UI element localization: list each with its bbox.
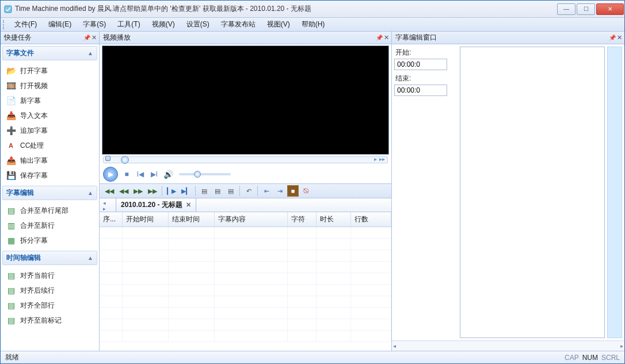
col-chars[interactable]: 字符 bbox=[288, 212, 317, 227]
minimize-button[interactable]: — bbox=[557, 3, 576, 15]
indicator-cap: CAP bbox=[565, 354, 579, 362]
menu-publish[interactable]: 字幕发布站 bbox=[215, 18, 261, 31]
task-split[interactable]: ▦拆分字幕 bbox=[1, 233, 99, 248]
tb-align-2[interactable]: ▤ bbox=[212, 185, 223, 197]
maximize-button[interactable]: ☐ bbox=[577, 3, 595, 15]
tab-label: 2010.01.20 - 无标题 bbox=[121, 200, 182, 210]
task-merge-newline[interactable]: ▥合并至新行 bbox=[1, 218, 99, 233]
task-label: 拆分字幕 bbox=[20, 236, 48, 246]
task-align-all[interactable]: ▤对齐全部行 bbox=[1, 298, 99, 313]
menu-view[interactable]: 视图(V) bbox=[261, 18, 296, 31]
video-panel-header: 视频播放 📌 ✕ bbox=[100, 32, 391, 44]
col-index[interactable]: 序... bbox=[100, 212, 123, 227]
col-start[interactable]: 开始时间 bbox=[123, 212, 169, 227]
time-inputs: 开始: 结束: bbox=[394, 47, 458, 338]
grid-body[interactable] bbox=[100, 227, 391, 351]
video-panel-title: 视频播放 bbox=[103, 33, 131, 43]
section-subtitle-edit[interactable]: 字幕编辑 ▲ bbox=[2, 186, 97, 200]
col-end[interactable]: 结束时间 bbox=[169, 212, 215, 227]
menu-file[interactable]: 文件(F) bbox=[9, 18, 43, 31]
section-label: 时间轴编辑 bbox=[6, 253, 41, 263]
tab-nav-left-icon[interactable]: ◂ bbox=[103, 200, 106, 206]
menu-tools[interactable]: 工具(T) bbox=[112, 18, 146, 31]
chevron-up-icon: ▲ bbox=[87, 50, 93, 56]
task-cc-process[interactable]: ACC处理 bbox=[1, 138, 99, 153]
tab-nav-right-icon[interactable]: ▸ bbox=[103, 206, 106, 212]
subtitle-text-editor[interactable] bbox=[460, 47, 605, 338]
tb-forward-fast[interactable]: ▶▶ bbox=[146, 185, 159, 197]
col-duration[interactable]: 时长 bbox=[317, 212, 351, 227]
tb-mark-out[interactable]: ▶▎ bbox=[180, 185, 192, 197]
menu-subtitle[interactable]: 字幕(S) bbox=[77, 18, 112, 31]
editor-scrollbar[interactable]: ◂▸ bbox=[392, 340, 624, 351]
volume-slider[interactable] bbox=[179, 173, 231, 175]
align-after-icon: ▤ bbox=[5, 285, 17, 296]
volume-icon[interactable]: 🔊 bbox=[163, 170, 173, 179]
folder-icon: 📂 bbox=[5, 66, 17, 76]
menu-help[interactable]: 帮助(H) bbox=[296, 18, 331, 31]
subtitle-toolbar: ◀◀ ◀◀ ▶▶ ▶▶ ▎▶ ▶▎ ▤ ▤ ▤ ↶ ⇤ ⇥ ■ ⦰ bbox=[100, 183, 391, 198]
tb-align-3[interactable]: ▤ bbox=[225, 185, 237, 197]
task-export-subtitle[interactable]: 📤输出字幕 bbox=[1, 153, 99, 168]
seek-start-icon[interactable] bbox=[105, 156, 110, 161]
menu-settings[interactable]: 设置(S) bbox=[181, 18, 215, 31]
panel-close-icon[interactable]: ✕ bbox=[92, 34, 97, 41]
stop-button[interactable]: ■ bbox=[121, 170, 132, 178]
task-align-after[interactable]: ▤对齐后续行 bbox=[1, 283, 99, 298]
tb-mark-in[interactable]: ▎▶ bbox=[165, 185, 178, 197]
panel-close-icon[interactable]: ✕ bbox=[617, 34, 622, 41]
menubar: 文件(F) 编辑(E) 字幕(S) 工具(T) 视频(V) 设置(S) 字幕发布… bbox=[1, 18, 624, 32]
tb-clear[interactable]: ⦰ bbox=[300, 185, 312, 197]
col-lines[interactable]: 行数 bbox=[351, 212, 391, 227]
prev-button[interactable]: I◀ bbox=[135, 170, 146, 178]
pin-icon[interactable]: 📌 bbox=[609, 35, 616, 41]
col-content[interactable]: 字幕内容 bbox=[215, 212, 288, 227]
task-label: 打开视频 bbox=[20, 81, 48, 91]
pin-icon[interactable]: 📌 bbox=[376, 35, 383, 41]
section-subtitle-files[interactable]: 字幕文件 ▲ bbox=[2, 46, 97, 60]
close-button[interactable]: ✕ bbox=[596, 3, 624, 15]
tb-rewind-fast[interactable]: ◀◀ bbox=[103, 185, 116, 197]
menu-video[interactable]: 视频(V) bbox=[146, 18, 181, 31]
tb-rewind[interactable]: ◀◀ bbox=[117, 185, 130, 197]
pin-icon[interactable]: 📌 bbox=[83, 35, 90, 41]
next-button[interactable]: ▶I bbox=[149, 170, 159, 178]
menu-edit[interactable]: 编辑(E) bbox=[43, 18, 77, 31]
play-button[interactable]: ▶ bbox=[103, 167, 118, 182]
titlebar: Time Machine modified by 晨风.请点帮助菜单中的 '检查… bbox=[1, 1, 624, 18]
task-new-subtitle[interactable]: 📄新字幕 bbox=[1, 93, 99, 108]
tb-insert-before[interactable]: ⇤ bbox=[261, 185, 272, 197]
seek-next-icon[interactable]: ▸ bbox=[374, 156, 377, 162]
tb-delete-row[interactable]: ■ bbox=[287, 185, 299, 197]
task-align-marker[interactable]: ▤对齐至前标记 bbox=[1, 313, 99, 328]
task-align-current[interactable]: ▤对齐当前行 bbox=[1, 268, 99, 283]
editor-sidebar[interactable] bbox=[607, 47, 622, 338]
tab-close-icon[interactable]: ✕ bbox=[186, 201, 191, 209]
align-all-icon: ▤ bbox=[5, 300, 17, 311]
task-save-subtitle[interactable]: 💾保存字幕 bbox=[1, 168, 99, 183]
seek-bar[interactable]: ▸▸▸ bbox=[103, 156, 388, 163]
task-append-subtitle[interactable]: ➕追加字幕 bbox=[1, 123, 99, 138]
seek-end-icon[interactable]: ▸▸ bbox=[379, 156, 385, 162]
tb-align-1[interactable]: ▤ bbox=[199, 185, 210, 197]
end-time-input[interactable] bbox=[394, 85, 447, 96]
panel-close-icon[interactable]: ✕ bbox=[384, 34, 389, 41]
quick-tasks-header: 快捷任务 📌 ✕ bbox=[1, 32, 99, 44]
tb-insert-after[interactable]: ⇥ bbox=[274, 185, 285, 197]
task-import-text[interactable]: 📥导入文本 bbox=[1, 108, 99, 123]
document-tab[interactable]: 2010.01.20 - 无标题 ✕ bbox=[116, 198, 196, 212]
task-label: 合并至新行 bbox=[20, 221, 55, 231]
status-text: 就绪 bbox=[5, 352, 19, 362]
tb-undo[interactable]: ↶ bbox=[243, 185, 254, 197]
start-time-input[interactable] bbox=[394, 59, 447, 70]
task-open-video[interactable]: 🎞️打开视频 bbox=[1, 78, 99, 93]
video-display[interactable] bbox=[102, 45, 389, 155]
tb-forward[interactable]: ▶▶ bbox=[132, 185, 144, 197]
quick-tasks-panel: 快捷任务 📌 ✕ 字幕文件 ▲ 📂打开字幕 🎞️打开视频 📄新字幕 📥导入文本 … bbox=[1, 32, 100, 351]
task-merge-tail[interactable]: ▤合并至单行尾部 bbox=[1, 203, 99, 218]
task-open-subtitle[interactable]: 📂打开字幕 bbox=[1, 63, 99, 78]
volume-knob[interactable] bbox=[194, 171, 201, 178]
center-column: 视频播放 📌 ✕ ▸▸▸ ▶ ■ I◀ ▶I 🔊 bbox=[100, 32, 391, 351]
section-timeline-edit[interactable]: 时间轴编辑 ▲ bbox=[2, 251, 97, 265]
seek-knob[interactable] bbox=[121, 156, 129, 164]
